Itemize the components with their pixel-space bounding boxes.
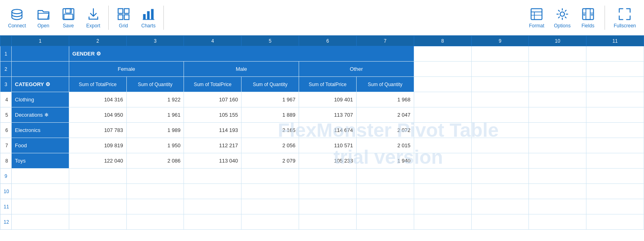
row-4: 4 Clothing 104 316 1 922 107 160 1 967 1… <box>0 92 644 107</box>
row-12: 12 <box>0 214 644 230</box>
row-num-3: 3 <box>0 77 12 92</box>
col-header-9: 9 <box>471 36 529 46</box>
connect-label: Connect <box>8 23 26 29</box>
row-num-12: 12 <box>0 214 12 230</box>
r6-v4: 2 165 <box>242 123 299 138</box>
empty-r1-c8 <box>414 46 471 62</box>
empty-r3-c8 <box>414 77 471 92</box>
r8-e10 <box>529 153 586 169</box>
col-female-totalprice: Sum of TotalPrice <box>69 77 126 92</box>
r5-v2: 1 961 <box>126 107 184 123</box>
open-button[interactable]: Open <box>32 4 55 32</box>
r6-e10 <box>529 123 586 138</box>
col-header-10: 10 <box>529 36 586 46</box>
r8-v6: 1 940 <box>356 153 414 169</box>
options-button[interactable]: Options <box>550 4 574 32</box>
options-icon <box>555 7 570 21</box>
row-5: 5 Decorations ❄ 104 950 1 961 105 155 1 … <box>0 107 644 123</box>
r6-e11 <box>586 123 644 138</box>
r7-v1: 109 819 <box>69 138 126 153</box>
row-num-5: 5 <box>0 107 12 123</box>
empty-r3-c11 <box>586 77 644 92</box>
r7-v5: 110 571 <box>299 138 357 153</box>
r5-e8 <box>414 107 471 123</box>
r7-v3: 112 217 <box>184 138 242 153</box>
toolbar-view-group: Grid Charts <box>112 4 160 32</box>
format-label: Format <box>529 23 544 29</box>
svg-rect-8 <box>124 14 129 19</box>
r7-e8 <box>414 138 471 153</box>
r5-v4: 1 889 <box>242 107 299 123</box>
svg-rect-3 <box>64 14 73 19</box>
divider-1 <box>108 6 109 30</box>
other-header: Other <box>299 62 414 77</box>
empty-r2-c10 <box>529 62 586 77</box>
open-label: Open <box>37 23 49 29</box>
r6-v3: 114 193 <box>184 123 242 138</box>
r8-v4: 2 079 <box>242 153 299 169</box>
r5-e10 <box>529 107 586 123</box>
category-clothing[interactable]: Clothing <box>12 92 69 107</box>
svg-rect-10 <box>147 11 149 19</box>
grid-button[interactable]: Grid <box>112 4 135 32</box>
format-button[interactable]: Format <box>525 4 548 32</box>
svg-point-22 <box>583 14 585 16</box>
grid-wrapper: FlexMonster Pivot Tabletrial version 1 2… <box>0 35 644 230</box>
svg-point-0 <box>12 9 22 14</box>
empty-r3-c9 <box>471 77 529 92</box>
r5-v6: 2 047 <box>356 107 414 123</box>
category-food[interactable]: Food <box>12 138 69 153</box>
col-header-2: 2 <box>69 36 126 46</box>
category-toys[interactable]: Toys <box>12 153 69 169</box>
svg-point-23 <box>591 14 592 16</box>
category-electronics[interactable]: Electronics <box>12 123 69 138</box>
row-num-9: 9 <box>0 169 12 184</box>
pivot-table: 1 2 3 4 5 6 7 8 9 10 11 1 GENDER ⚙ <box>0 35 644 230</box>
col-header-11: 11 <box>586 36 644 46</box>
toolbar: Connect Open Save Expor <box>0 0 644 35</box>
r8-v3: 113 040 <box>184 153 242 169</box>
category-decorations[interactable]: Decorations ❄ <box>12 107 69 123</box>
r6-v1: 107 783 <box>69 123 126 138</box>
r9-c1 <box>12 169 69 184</box>
r2-c1 <box>12 62 69 77</box>
r6-e8 <box>414 123 471 138</box>
charts-button[interactable]: Charts <box>137 4 160 32</box>
svg-rect-19 <box>586 8 590 19</box>
col-header-8: 8 <box>414 36 471 46</box>
empty-r2-c9 <box>471 62 529 77</box>
col-female-quantity: Sum of Quantity <box>126 77 184 92</box>
empty-r2-c11 <box>586 62 644 77</box>
connect-button[interactable]: Connect <box>4 4 30 32</box>
r8-e8 <box>414 153 471 169</box>
col-other-totalprice: Sum of TotalPrice <box>299 77 357 92</box>
row-num-1: 1 <box>0 46 12 62</box>
empty-r1-c11 <box>586 46 644 62</box>
r4-e11 <box>586 92 644 107</box>
divider-3 <box>605 6 605 30</box>
category-header[interactable]: CATEGORY ⚙ <box>12 77 69 92</box>
r5-e9 <box>471 107 529 123</box>
r5-e11 <box>586 107 644 123</box>
col-header-3: 3 <box>126 36 184 46</box>
r7-e10 <box>529 138 586 153</box>
r6-v6: 2 072 <box>356 123 414 138</box>
empty-r3-c10 <box>529 77 586 92</box>
row-num-11: 11 <box>0 199 12 214</box>
save-label: Save <box>63 23 74 29</box>
r10-c1 <box>12 184 69 199</box>
save-button[interactable]: Save <box>57 4 80 32</box>
fields-button[interactable]: Fields <box>576 4 600 32</box>
r12-c1 <box>12 214 69 230</box>
divider-2 <box>163 6 164 30</box>
fullscreen-button[interactable]: Fullscreen <box>610 4 640 32</box>
export-button[interactable]: Export <box>82 4 105 32</box>
col-header-5: 5 <box>242 36 299 46</box>
r8-v2: 2 086 <box>126 153 184 169</box>
row-num-8: 8 <box>0 153 12 169</box>
connect-icon <box>10 7 24 21</box>
corner-header <box>0 36 12 46</box>
r8-v5: 105 233 <box>299 153 357 169</box>
col-other-quantity: Sum of Quantity <box>356 77 414 92</box>
r4-e9 <box>471 92 529 107</box>
